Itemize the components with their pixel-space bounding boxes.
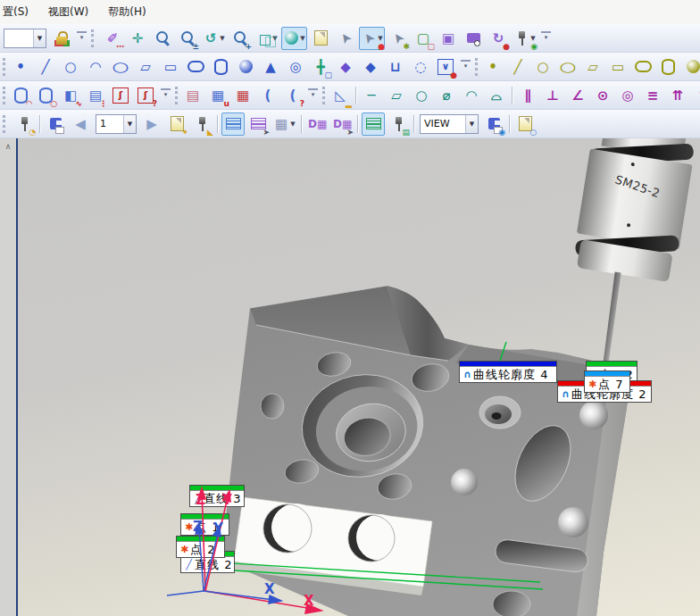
gdt-concentricity-button[interactable]: ⊙ xyxy=(591,84,614,107)
gdt-parallelism-button[interactable]: ∥ xyxy=(516,84,539,107)
measure-rectangle-button[interactable]: ▭ xyxy=(159,55,182,79)
dimension-pick-button[interactable]: D▦➤ xyxy=(330,112,354,136)
measure-arc-button[interactable]: ◠ xyxy=(84,55,107,79)
toolbar-grip[interactable] xyxy=(91,29,97,47)
scroll-up-icon[interactable]: ∧ xyxy=(0,142,16,151)
shaded-view-button[interactable]: ▼ xyxy=(281,27,307,50)
toolbar-overflow-icon[interactable]: ▾ xyxy=(541,31,551,45)
probe-label-button[interactable]: ▤ xyxy=(387,112,410,136)
gdt-straightness-button[interactable]: ─ xyxy=(360,84,383,107)
box-zone-button[interactable]: ▢▢ xyxy=(412,27,435,50)
section-unknown-button[interactable]: (? xyxy=(281,84,304,107)
toolbar-grip[interactable] xyxy=(175,87,178,104)
show-labels-button[interactable] xyxy=(221,112,245,136)
measure-scan-circle-button[interactable]: ◌ xyxy=(409,55,432,79)
section-curve-button[interactable]: ( xyxy=(256,84,279,107)
step-forward-button[interactable]: ▶ xyxy=(140,112,163,136)
workpiece-combo[interactable]: ▼ xyxy=(4,29,46,48)
dropdown-arrow-icon[interactable]: ▼ xyxy=(529,35,537,42)
nominal-rectangle-button[interactable]: ▭ xyxy=(606,55,629,79)
gdt-cylindricity-button[interactable]: ⌀ xyxy=(435,84,458,107)
dropdown-arrow-icon[interactable]: ▼ xyxy=(299,35,306,42)
dropdown-arrow-icon[interactable]: ▼ xyxy=(289,121,296,128)
select-star-button[interactable]: ➤✱ xyxy=(387,27,410,50)
measure-circle-button[interactable]: ○ xyxy=(59,55,82,79)
menu-item-1[interactable]: 视图(W) xyxy=(48,0,98,24)
gdt-total-runout-button[interactable]: ⇈ xyxy=(666,84,689,107)
dropdown-arrow-icon[interactable]: ▼ xyxy=(33,29,46,47)
view-combo[interactable]: VIEW▼ xyxy=(420,114,479,134)
scan-unknown-curve-button[interactable]: ʃ? xyxy=(134,84,157,107)
scan-circle-button[interactable]: ○ xyxy=(34,84,57,107)
construct-feature-button[interactable]: ◆ xyxy=(334,55,357,79)
rotate-points-button[interactable]: ↻● xyxy=(487,27,510,50)
window-view-button[interactable]: ▣ xyxy=(437,27,460,50)
snapshot-button[interactable] xyxy=(462,27,485,50)
dropdown-arrow-icon[interactable]: ▼ xyxy=(123,115,136,133)
toolbar-grip[interactable] xyxy=(3,87,5,104)
toolbar-overflow-icon[interactable]: ▾ xyxy=(77,31,87,45)
lock-button[interactable] xyxy=(50,27,73,50)
probe-display-button[interactable]: ◉▼ xyxy=(512,27,538,50)
scan-solid-button[interactable]: ◧∿ xyxy=(59,84,82,107)
nominal-point-button[interactable]: • xyxy=(481,55,504,79)
dimension-info-button[interactable]: D▦ xyxy=(305,112,329,136)
toolbar-grip[interactable] xyxy=(3,58,5,76)
run-number-combo[interactable]: 1▼ xyxy=(96,114,137,134)
construct-offset-button[interactable]: ◆ xyxy=(359,55,382,79)
measure-cylinder-button[interactable] xyxy=(209,55,232,79)
measure-line-button[interactable]: ╱ xyxy=(34,55,57,79)
gdt-flatness-button[interactable]: ▱ xyxy=(385,84,408,107)
save-view-button[interactable]: ◉ xyxy=(482,112,505,136)
gdt-roundness-button[interactable]: ○ xyxy=(410,84,433,107)
step-back-button[interactable]: ◀ xyxy=(69,112,92,136)
pan-view-button[interactable]: ✛ xyxy=(126,27,149,50)
zoom-pan-button[interactable]: + xyxy=(229,27,252,50)
scan-report-button[interactable]: ▤ xyxy=(181,84,204,107)
scan-lines-button[interactable]: ▤⋮ xyxy=(84,84,107,107)
measure-cone-button[interactable]: ▲ xyxy=(259,55,282,79)
zoom-in-out-button[interactable]: ± xyxy=(176,27,199,50)
curve-profile-4-label[interactable]: ∩曲线轮廓度 4 xyxy=(459,361,557,383)
gdt-angularity-button[interactable]: ∠ xyxy=(566,84,589,107)
dropdown-arrow-icon[interactable]: ▼ xyxy=(465,115,478,133)
run-part-button[interactable]: ◣ xyxy=(190,112,213,136)
auto-run-button[interactable]: ◔ xyxy=(12,112,36,136)
menu-item-2[interactable]: 帮助(H) xyxy=(108,0,155,24)
measure-ellipse-button[interactable]: ○ xyxy=(109,55,132,79)
save-program-button[interactable] xyxy=(44,112,67,136)
zoom-window-button[interactable] xyxy=(151,27,174,50)
gdt-symmetry-button[interactable]: ≡ xyxy=(641,84,664,107)
toolbar-grip[interactable] xyxy=(322,87,325,104)
calibrate-ruler-button[interactable]: ◺▂ xyxy=(329,84,352,107)
gdt-surface-profile-button[interactable]: ⌓ xyxy=(485,84,508,107)
select-arrow-button[interactable]: ➤ xyxy=(334,27,357,50)
gdt-coaxiality-button[interactable]: ◎ xyxy=(616,84,639,107)
measure-slot-button[interactable] xyxy=(184,55,207,79)
measure-notch-button[interactable]: ⊔ xyxy=(384,55,407,79)
gdt-line-profile-button[interactable]: ◠ xyxy=(460,84,483,107)
probe-path-button[interactable]: ✐⋯ xyxy=(101,27,124,50)
nominal-line-button[interactable]: ╱ xyxy=(506,55,529,79)
nominal-ellipse-button[interactable]: ○ xyxy=(556,55,579,79)
point-7-label[interactable]: ✱点 7 xyxy=(584,370,630,393)
new-part-button[interactable]: ✦ xyxy=(165,112,188,136)
measure-coordsys-button[interactable]: ╋▢ xyxy=(309,55,332,79)
toolbar-grip[interactable] xyxy=(475,58,478,76)
select-point-button[interactable]: ➤●▼ xyxy=(359,27,385,50)
nominal-sphere-button[interactable] xyxy=(681,55,700,79)
toolbar-overflow-icon[interactable]: ▾ xyxy=(461,60,471,73)
scan-curve-button[interactable]: ʃ xyxy=(109,84,132,107)
measure-torus-button[interactable]: ◎ xyxy=(284,55,307,79)
point-2-label[interactable]: ✱点 2 xyxy=(176,536,225,558)
toolbar-grip[interactable] xyxy=(3,115,9,133)
find-feature-button[interactable]: ○ xyxy=(513,112,537,136)
rotate-view-mode-button[interactable]: ↺▼ xyxy=(201,27,227,50)
measure-sphere-button[interactable] xyxy=(234,55,257,79)
toolbar-overflow-icon[interactable]: ▾ xyxy=(308,88,318,102)
nominal-cylinder-button[interactable] xyxy=(656,55,679,79)
menu-item-0[interactable]: 置(S) xyxy=(3,0,38,24)
nominal-circle-button[interactable]: ○ xyxy=(531,55,554,79)
uv-surface-button[interactable]: ▦u xyxy=(206,84,229,107)
grid-surface-button[interactable]: ▦ xyxy=(231,84,254,107)
